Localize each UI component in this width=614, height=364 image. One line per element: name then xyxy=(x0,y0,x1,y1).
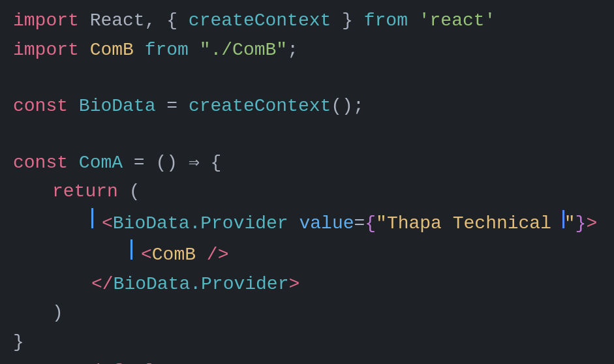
jsx-brace-open: { xyxy=(365,211,376,237)
keyword-const2: const xyxy=(13,150,68,177)
semicolon: ; xyxy=(287,37,298,64)
code-line-9: < ComB /> xyxy=(13,238,601,269)
tag-close-gt: > xyxy=(288,271,299,298)
string-thapa: "Thapa Technical xyxy=(376,211,562,237)
brace-close: } xyxy=(342,8,353,35)
keyword-export: export xyxy=(13,359,79,364)
string-react: 'react' xyxy=(419,8,496,35)
code-line-13: export default ComA xyxy=(13,357,601,364)
code-line-7: return ( xyxy=(13,177,601,207)
string-quote-close: " xyxy=(564,211,576,237)
identifier-comB: ComB xyxy=(90,37,134,64)
keyword-from2: from xyxy=(145,37,189,64)
jsx-brace-close: } xyxy=(576,211,587,237)
paren-close: ) xyxy=(52,300,63,327)
empty-line-1 xyxy=(13,65,601,92)
code-line-2: import ComB from "./ComB" ; xyxy=(13,36,601,65)
keyword-import2: import xyxy=(13,37,79,64)
assign: = xyxy=(155,93,188,120)
string-comB-path: "./ComB" xyxy=(200,37,287,64)
brace-close2: } xyxy=(13,329,24,356)
identifier-createContext2: createContext xyxy=(189,93,331,120)
gutter-indicator xyxy=(91,208,97,228)
tag-close-lt: </ xyxy=(91,271,114,298)
arrow: ⇒ xyxy=(189,150,200,177)
space3 xyxy=(189,37,200,64)
tag-biodata-provider-close: BioData.Provider xyxy=(114,271,289,298)
keyword-const: const xyxy=(13,93,68,120)
self-close: /> xyxy=(196,242,228,269)
space xyxy=(68,93,79,120)
tag-biodata-provider: BioData.Provider xyxy=(113,211,288,237)
code-editor: import React, { createContext } from 're… xyxy=(0,0,614,364)
identifier-comA: ComA xyxy=(79,150,123,177)
space2 xyxy=(134,37,145,64)
space xyxy=(79,37,90,64)
arrow-func: = () xyxy=(123,150,189,177)
brace-open: { xyxy=(166,8,177,35)
gutter-indicator2 xyxy=(130,239,136,260)
identifier-comA-export: ComA xyxy=(177,359,221,364)
code-line-1: import React, { createContext } from 're… xyxy=(13,7,601,36)
space2 xyxy=(166,359,177,364)
code-line-6: const ComA = () ⇒ { xyxy=(13,149,601,178)
space xyxy=(79,359,90,364)
keyword-import: import xyxy=(13,8,79,35)
keyword-default: default xyxy=(90,359,167,364)
attr-eq: = xyxy=(354,211,365,237)
brace-open2: { xyxy=(200,150,222,177)
code-line-4: const BioData = createContext (); xyxy=(13,92,601,121)
space xyxy=(68,150,79,177)
code-line-12: } xyxy=(13,328,601,357)
paren-open: ( xyxy=(118,179,140,205)
identifier-bioData: BioData xyxy=(79,93,156,120)
tag-gt: > xyxy=(586,211,597,237)
punct: React, xyxy=(79,8,166,35)
code-line-11: ) xyxy=(13,299,601,328)
tag-lt2: < xyxy=(141,242,152,269)
keyword-return: return xyxy=(52,179,118,205)
parens: (); xyxy=(331,93,363,120)
code-line-8: < BioData.Provider value = { "Thapa Tech… xyxy=(13,207,601,238)
tag-lt: < xyxy=(102,211,113,237)
identifier-createContext: createContext xyxy=(177,8,342,35)
tag-comB: ComB xyxy=(152,242,196,269)
attr-value: value xyxy=(299,211,354,237)
empty-line-2 xyxy=(13,121,601,149)
code-line-10: </ BioData.Provider > xyxy=(13,270,601,299)
keyword-from: from xyxy=(353,8,419,35)
space xyxy=(288,211,299,237)
